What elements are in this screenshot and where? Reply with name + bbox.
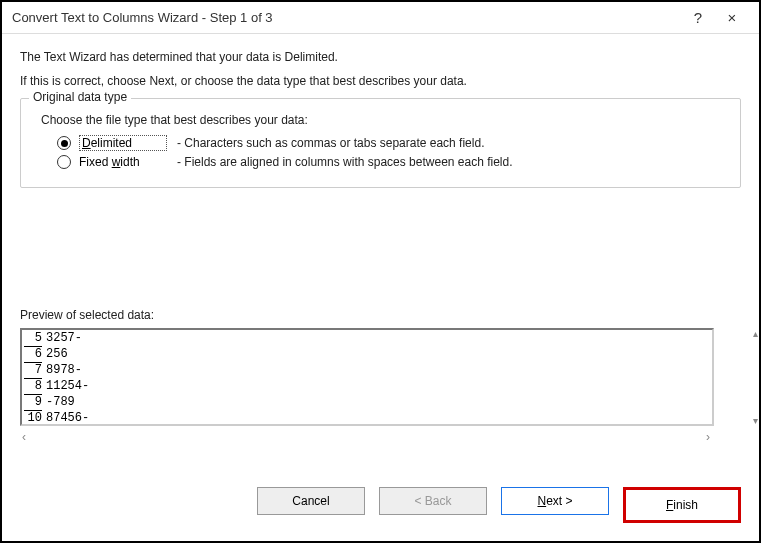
scrollbar-vertical[interactable]: ▴▾ — [747, 328, 761, 426]
radio-fixed-label: Fixed width — [79, 155, 167, 169]
radio-fixed-width[interactable]: Fixed width - Fields are aligned in colu… — [57, 155, 726, 169]
preview-row: 9-789 — [24, 395, 710, 411]
window-title: Convert Text to Columns Wizard - Step 1 … — [12, 10, 681, 25]
preview-box: 53257-625678978-811254-9-7891087456- — [20, 328, 714, 426]
titlebar: Convert Text to Columns Wizard - Step 1 … — [2, 2, 759, 34]
preview-row: 811254- — [24, 379, 710, 395]
choose-prompt: Choose the file type that best describes… — [41, 113, 726, 127]
next-button[interactable]: Next > — [501, 487, 609, 515]
preview-label: Preview of selected data: — [20, 308, 741, 322]
dialog-content: The Text Wizard has determined that your… — [2, 34, 759, 444]
chevron-left-icon: ‹ — [22, 430, 26, 444]
scrollbar-horizontal[interactable]: ‹› — [20, 430, 712, 444]
preview-row: 6256 — [24, 347, 710, 363]
help-icon[interactable]: ? — [681, 9, 715, 26]
preview-row: 1087456- — [24, 411, 710, 426]
chevron-right-icon: › — [706, 430, 710, 444]
chevron-down-icon: ▾ — [753, 415, 758, 426]
preview-row: 53257- — [24, 331, 710, 347]
button-bar: Cancel < Back Next > Finish — [239, 473, 759, 537]
radio-icon — [57, 155, 71, 169]
intro-line-1: The Text Wizard has determined that your… — [20, 50, 741, 64]
cancel-button[interactable]: Cancel — [257, 487, 365, 515]
intro-line-2: If this is correct, choose Next, or choo… — [20, 74, 741, 88]
original-data-type-group: Original data type Choose the file type … — [20, 98, 741, 188]
close-icon[interactable]: × — [715, 9, 749, 26]
radio-delimited[interactable]: Delimited - Characters such as commas or… — [57, 135, 726, 151]
chevron-up-icon: ▴ — [753, 328, 758, 339]
radio-icon — [57, 136, 71, 150]
group-legend: Original data type — [29, 90, 131, 104]
preview-area: 53257-625678978-811254-9-7891087456- ▴▾ — [20, 328, 741, 426]
finish-button[interactable]: Finish — [666, 498, 698, 512]
back-button[interactable]: < Back — [379, 487, 487, 515]
radio-delimited-label: Delimited — [79, 135, 167, 151]
radio-fixed-desc: - Fields are aligned in columns with spa… — [177, 155, 513, 169]
finish-button-highlight: Finish — [623, 487, 741, 523]
preview-row: 78978- — [24, 363, 710, 379]
radio-delimited-desc: - Characters such as commas or tabs sepa… — [177, 136, 484, 150]
